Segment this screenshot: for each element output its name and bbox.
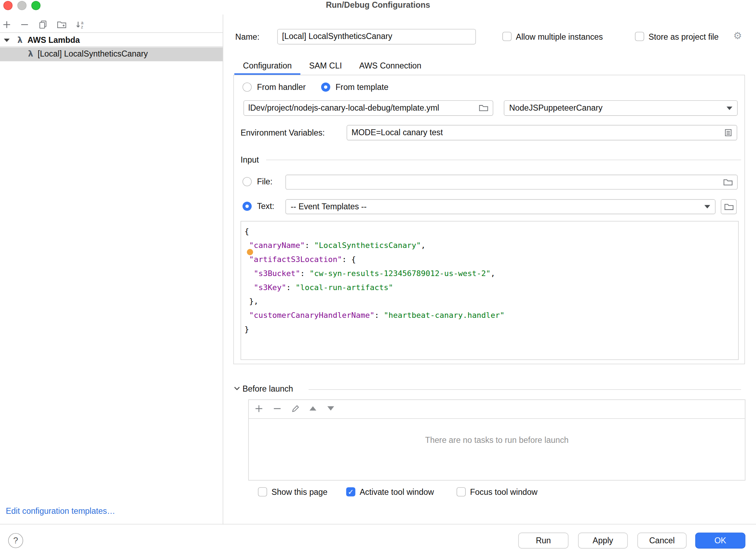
tab-sam-cli-label: SAM CLI bbox=[309, 61, 342, 71]
sidebar-toolbar: a z bbox=[0, 18, 223, 32]
titlebar: Run/Debug Configurations bbox=[0, 0, 756, 14]
environment-variables-label: Environment Variables: bbox=[240, 128, 325, 138]
tab-aws-connection[interactable]: AWS Connection bbox=[351, 57, 430, 75]
input-section-divider bbox=[266, 160, 741, 160]
code-line: "artifactS3Location": { bbox=[244, 252, 735, 266]
template-resource-value: NodeJSPuppeteerCanary bbox=[509, 103, 603, 113]
template-resource-dropdown[interactable]: NodeJSPuppeteerCanary bbox=[504, 100, 738, 116]
warning-dot-icon bbox=[247, 249, 253, 255]
file-radio[interactable] bbox=[243, 177, 252, 186]
folder-icon[interactable] bbox=[723, 178, 733, 186]
json-editor[interactable]: { "canaryName": "LocalSyntheticsCanary",… bbox=[240, 221, 738, 360]
chevron-down-icon bbox=[704, 205, 710, 209]
tree-item-local-localsyntheticscanary[interactable]: λ [Local] LocalSyntheticsCanary bbox=[0, 47, 223, 61]
activate-tool-window-checkbox[interactable]: ✓ bbox=[346, 487, 355, 496]
from-template-label: From template bbox=[336, 83, 389, 92]
store-as-project-file-label: Store as project file bbox=[649, 32, 719, 42]
file-label: File: bbox=[257, 177, 272, 186]
code-line: "s3Bucket": "cw-syn-results-123456789012… bbox=[244, 266, 735, 280]
chevron-down-icon[interactable] bbox=[4, 39, 9, 42]
sort-configurations-icon[interactable]: a z bbox=[76, 20, 85, 29]
focus-tool-window-checkbox[interactable] bbox=[457, 487, 466, 496]
allow-multiple-instances-checkbox[interactable] bbox=[502, 32, 511, 41]
name-input[interactable] bbox=[277, 29, 476, 44]
help-button[interactable]: ? bbox=[8, 533, 23, 548]
copy-configuration-button[interactable] bbox=[39, 20, 47, 29]
remove-configuration-button[interactable] bbox=[20, 20, 29, 29]
footer-divider bbox=[0, 524, 756, 524]
code-line: "customerCanaryHandlerName": "heartbeat-… bbox=[244, 308, 735, 322]
before-launch-divider bbox=[309, 389, 741, 390]
code-line: } bbox=[244, 322, 735, 336]
activate-tool-window-label: Activate tool window bbox=[360, 488, 434, 497]
store-as-project-file-checkbox[interactable] bbox=[635, 32, 644, 41]
folder-icon[interactable] bbox=[479, 104, 488, 112]
from-handler-label: From handler bbox=[257, 83, 306, 92]
chevron-down-icon bbox=[727, 106, 732, 110]
tree-group-label: AWS Lambda bbox=[27, 36, 80, 45]
tree-item-label: [Local] LocalSyntheticsCanary bbox=[38, 49, 148, 59]
remove-task-button[interactable] bbox=[273, 404, 282, 413]
allow-multiple-instances-label: Allow multiple instances bbox=[516, 32, 603, 42]
code-line: }, bbox=[244, 294, 735, 308]
show-this-page-label: Show this page bbox=[271, 488, 327, 497]
tab-configuration[interactable]: Configuration bbox=[234, 57, 300, 75]
code-line: { bbox=[244, 224, 735, 238]
edit-configuration-templates-link[interactable]: Edit configuration templates… bbox=[6, 506, 115, 516]
tree-group-aws-lambda[interactable]: λ AWS Lambda bbox=[0, 34, 223, 47]
sidebar-toolbar-divider bbox=[0, 32, 223, 33]
apply-button[interactable]: Apply bbox=[578, 533, 628, 549]
text-label: Text: bbox=[257, 202, 274, 211]
list-icon[interactable] bbox=[724, 128, 732, 137]
add-configuration-button[interactable] bbox=[2, 20, 11, 29]
show-this-page-checkbox[interactable] bbox=[258, 487, 267, 496]
svg-text:z: z bbox=[81, 25, 83, 29]
window-title: Run/Debug Configurations bbox=[0, 0, 756, 10]
from-handler-radio[interactable] bbox=[243, 83, 252, 92]
tab-aws-connection-label: AWS Connection bbox=[359, 61, 422, 71]
json-code: { "canaryName": "LocalSyntheticsCanary",… bbox=[244, 224, 735, 336]
no-tasks-message: There are no tasks to run before launch bbox=[248, 435, 745, 445]
tab-bar: Configuration SAM CLI AWS Connection bbox=[234, 57, 430, 75]
panel-divider bbox=[223, 14, 223, 524]
cancel-button[interactable]: Cancel bbox=[637, 533, 687, 549]
run-button[interactable]: Run bbox=[518, 533, 569, 549]
gear-icon[interactable]: ⚙ bbox=[733, 30, 742, 41]
browse-folder-button[interactable] bbox=[721, 199, 737, 214]
before-launch-label: Before launch bbox=[243, 385, 293, 394]
tab-sam-cli[interactable]: SAM CLI bbox=[300, 57, 351, 75]
environment-variables-input[interactable] bbox=[347, 125, 737, 140]
run-debug-configurations-dialog: Run/Debug Configurations a z λ AWS Lambd… bbox=[0, 0, 756, 557]
tab-configuration-label: Configuration bbox=[243, 61, 292, 71]
ok-button[interactable]: OK bbox=[695, 533, 745, 549]
new-folder-icon[interactable] bbox=[57, 20, 66, 29]
event-templates-dropdown[interactable]: -- Event Templates -- bbox=[285, 199, 715, 214]
text-radio[interactable] bbox=[243, 202, 252, 211]
code-line: "canaryName": "LocalSyntheticsCanary", bbox=[244, 238, 735, 253]
from-template-radio[interactable] bbox=[321, 83, 330, 92]
edit-task-button[interactable] bbox=[291, 404, 300, 413]
task-toolbar-divider bbox=[249, 418, 745, 419]
code-line: "s3Key": "local-run-artifacts" bbox=[244, 280, 735, 294]
input-section-label: Input bbox=[240, 155, 259, 165]
file-input[interactable] bbox=[285, 175, 738, 190]
aws-lambda-icon: λ bbox=[28, 49, 33, 58]
collapse-chevron-icon[interactable] bbox=[234, 386, 240, 391]
move-task-down-button[interactable] bbox=[327, 406, 334, 411]
template-path-input[interactable] bbox=[244, 100, 493, 116]
tree-header-divider bbox=[0, 46, 223, 47]
name-label: Name: bbox=[235, 32, 259, 42]
move-task-up-button[interactable] bbox=[310, 406, 316, 411]
event-templates-value: -- Event Templates -- bbox=[291, 202, 366, 211]
focus-tool-window-label: Focus tool window bbox=[470, 488, 537, 497]
aws-lambda-icon: λ bbox=[17, 35, 22, 45]
add-task-button[interactable] bbox=[254, 404, 263, 413]
